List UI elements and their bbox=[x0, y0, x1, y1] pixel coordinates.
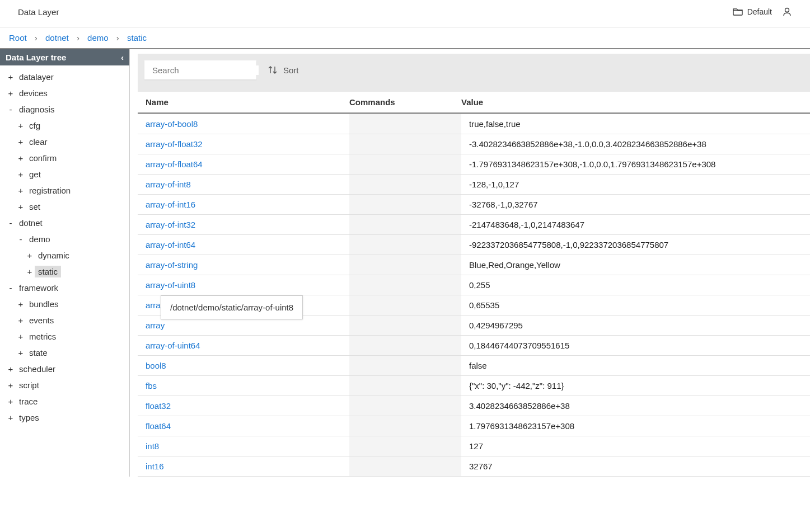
expand-icon[interactable]: + bbox=[6, 380, 16, 390]
expand-icon[interactable]: + bbox=[6, 72, 16, 82]
tree-node-dynamic[interactable]: +dynamic bbox=[0, 247, 129, 263]
tree-label[interactable]: datalayer bbox=[16, 71, 57, 83]
row-link[interactable]: array-of-float32 bbox=[146, 139, 203, 149]
tree-node-get[interactable]: +get bbox=[0, 166, 129, 182]
expand-icon[interactable]: + bbox=[16, 121, 26, 130]
tree-label[interactable]: set bbox=[26, 201, 44, 213]
col-header-name[interactable]: Name bbox=[138, 97, 349, 107]
tree-node-confirm[interactable]: +confirm bbox=[0, 150, 129, 166]
expand-icon[interactable]: + bbox=[6, 364, 16, 374]
row-link[interactable]: array-of-int32 bbox=[146, 220, 195, 229]
tree-node-cfg[interactable]: +cfg bbox=[0, 117, 129, 134]
tree-label[interactable]: types bbox=[16, 412, 43, 423]
sort-button[interactable]: Sort bbox=[268, 65, 299, 75]
tree-node-bundles[interactable]: +bundles bbox=[0, 296, 129, 312]
tree-node-script[interactable]: +script bbox=[0, 377, 129, 393]
tree-label[interactable]: devices bbox=[16, 87, 51, 99]
row-commands bbox=[349, 416, 461, 436]
expand-icon[interactable]: + bbox=[16, 186, 26, 195]
tree-label[interactable]: script bbox=[16, 379, 43, 391]
tree-node-framework[interactable]: -framework bbox=[0, 280, 129, 296]
row-link[interactable]: array-of-int64 bbox=[146, 240, 195, 249]
collapse-icon[interactable]: - bbox=[16, 234, 26, 244]
tree-label[interactable]: framework bbox=[16, 282, 62, 294]
breadcrumb-static[interactable]: static bbox=[127, 33, 147, 43]
collapse-icon[interactable]: - bbox=[6, 218, 16, 228]
expand-icon[interactable]: + bbox=[6, 397, 16, 406]
collapse-icon[interactable]: - bbox=[6, 283, 16, 293]
tree-label[interactable]: diagnosis bbox=[16, 103, 58, 115]
tree-node-devices[interactable]: +devices bbox=[0, 85, 129, 101]
tree-node-dotnet[interactable]: -dotnet bbox=[0, 215, 129, 231]
tree-label[interactable]: bundles bbox=[26, 298, 62, 310]
expand-icon[interactable]: + bbox=[16, 332, 26, 341]
tree-label[interactable]: static bbox=[35, 266, 61, 277]
tree-label[interactable]: demo bbox=[26, 233, 54, 245]
row-link[interactable]: int8 bbox=[146, 441, 159, 451]
expand-icon[interactable]: + bbox=[25, 267, 35, 276]
row-link[interactable]: array-of-float64 bbox=[146, 159, 203, 169]
expand-icon[interactable]: + bbox=[6, 413, 16, 422]
tree-label[interactable]: metrics bbox=[26, 331, 59, 342]
tree-label[interactable]: dynamic bbox=[35, 249, 73, 261]
default-workspace-button[interactable]: Default bbox=[733, 7, 772, 16]
user-icon[interactable] bbox=[782, 7, 792, 17]
breadcrumb-root[interactable]: Root bbox=[9, 33, 27, 43]
tree-node-datalayer[interactable]: +datalayer bbox=[0, 69, 129, 85]
tree-label[interactable]: events bbox=[26, 314, 57, 326]
tree-node-clear[interactable]: +clear bbox=[0, 134, 129, 150]
expand-icon[interactable]: + bbox=[6, 88, 16, 98]
row-link[interactable]: array-of-bool8 bbox=[146, 119, 198, 129]
row-commands bbox=[349, 436, 461, 456]
row-link[interactable]: float64 bbox=[146, 421, 171, 431]
tree-label[interactable]: cfg bbox=[26, 120, 44, 131]
tree-label[interactable]: trace bbox=[16, 396, 41, 407]
tree-label[interactable]: clear bbox=[26, 136, 51, 148]
expand-icon[interactable]: + bbox=[16, 170, 26, 179]
tree-node-set[interactable]: +set bbox=[0, 199, 129, 215]
breadcrumb-demo[interactable]: demo bbox=[87, 33, 109, 43]
tree-node-static[interactable]: +static bbox=[0, 263, 129, 280]
tree-node-scheduler[interactable]: +scheduler bbox=[0, 361, 129, 377]
row-link[interactable]: int16 bbox=[146, 462, 164, 471]
expand-icon[interactable]: + bbox=[16, 348, 26, 357]
row-link[interactable]: array-of-string bbox=[146, 260, 198, 270]
tree-node-metrics[interactable]: +metrics bbox=[0, 328, 129, 345]
expand-icon[interactable]: + bbox=[16, 316, 26, 325]
expand-icon[interactable]: + bbox=[16, 202, 26, 211]
tree-node-demo[interactable]: -demo bbox=[0, 231, 129, 247]
col-header-commands[interactable]: Commands bbox=[349, 97, 461, 107]
tree-node-registration[interactable]: +registration bbox=[0, 182, 129, 199]
tree-label[interactable]: state bbox=[26, 347, 51, 359]
tree-node-events[interactable]: +events bbox=[0, 312, 129, 328]
expand-icon[interactable]: + bbox=[16, 299, 26, 309]
row-link[interactable]: array-of-int8 bbox=[146, 180, 191, 189]
collapse-icon[interactable]: ‹ bbox=[121, 53, 124, 62]
row-value: true,false,true bbox=[461, 119, 810, 129]
tree-label[interactable]: confirm bbox=[26, 152, 60, 164]
expand-icon[interactable]: + bbox=[16, 137, 26, 147]
row-link[interactable]: bool8 bbox=[146, 361, 166, 370]
row-link[interactable]: array-of-uint64 bbox=[146, 341, 200, 350]
tree-label[interactable]: get bbox=[26, 168, 44, 180]
collapse-icon[interactable]: - bbox=[6, 105, 16, 114]
col-header-value[interactable]: Value bbox=[461, 97, 810, 107]
tree-node-trace[interactable]: +trace bbox=[0, 393, 129, 409]
tree-label[interactable]: dotnet bbox=[16, 217, 46, 229]
tree-node-state[interactable]: +state bbox=[0, 345, 129, 361]
tree-node-types[interactable]: +types bbox=[0, 409, 129, 426]
search-input[interactable] bbox=[152, 65, 259, 75]
row-value: -2147483648,-1,0,2147483647 bbox=[461, 220, 810, 229]
row-link[interactable]: fbs bbox=[146, 381, 157, 390]
row-link[interactable]: array-of-int16 bbox=[146, 200, 195, 209]
expand-icon[interactable]: + bbox=[25, 251, 35, 260]
tree-label[interactable]: scheduler bbox=[16, 363, 59, 375]
search-box[interactable] bbox=[144, 60, 256, 79]
breadcrumb-dotnet[interactable]: dotnet bbox=[45, 33, 69, 43]
expand-icon[interactable]: + bbox=[16, 153, 26, 163]
tree-node-diagnosis[interactable]: -diagnosis bbox=[0, 101, 129, 117]
row-link[interactable]: array-of-uint8 bbox=[146, 280, 195, 290]
row-link[interactable]: array bbox=[146, 321, 165, 330]
row-link[interactable]: float32 bbox=[146, 401, 171, 411]
tree-label[interactable]: registration bbox=[26, 185, 74, 196]
